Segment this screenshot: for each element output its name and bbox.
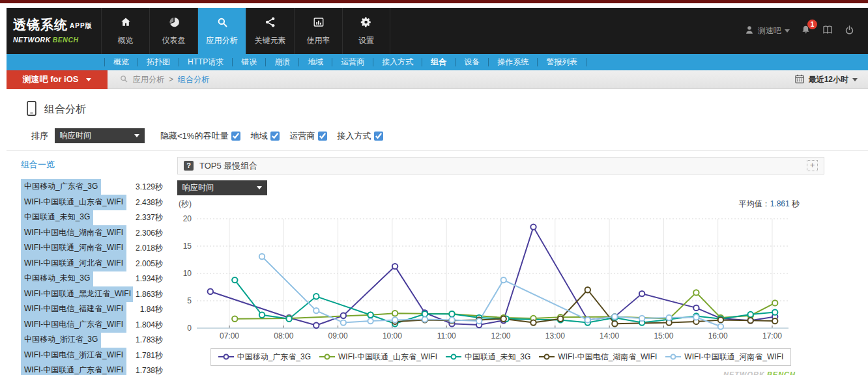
list-item-name: 中国移动_未知_3G	[21, 271, 93, 286]
legend-label: 中国联通_未知_3G	[465, 352, 530, 363]
subnav-item[interactable]: 拓扑图	[138, 57, 179, 68]
list-item-name: WIFI-中国电信_福建省_WIFI	[21, 301, 126, 317]
logo-title: 透镜系统	[13, 18, 68, 32]
user-menu[interactable]: 测速吧	[744, 25, 790, 37]
list-item-value: 3.129秒	[136, 182, 163, 193]
checkbox-input[interactable]	[374, 132, 383, 141]
list-item[interactable]: 中国移动_浙江省_3G1.783秒	[21, 332, 163, 346]
legend-marker-icon	[665, 353, 681, 362]
expand-button[interactable]	[807, 160, 818, 171]
filter-checkbox-label: 地域	[250, 130, 267, 142]
sub-nav: 概览拓扑图HTTP请求错误崩溃地域运营商接入方式组合设备操作系统警报列表	[7, 54, 868, 70]
logo-suffix: APP版	[70, 22, 93, 29]
list-item-name: WIFI-中国电信_湖南省_WIFI	[21, 225, 126, 241]
subnav-item[interactable]: 概览	[105, 57, 137, 68]
combo-list-title[interactable]: 组合一览	[21, 159, 163, 171]
main-nav-item[interactable]: 关键元素	[246, 8, 294, 54]
list-item[interactable]: WIFI-中国联通_山东省_WIFI2.438秒	[21, 195, 163, 208]
help-icon[interactable]: ?	[184, 161, 194, 171]
list-item[interactable]: WIFI-中国联通_黑龙江省_WIFI1.863秒	[21, 286, 163, 300]
main-nav-item[interactable]: 使用率	[294, 8, 342, 54]
list-item-name: WIFI-中国联通_山东省_WIFI	[21, 195, 126, 210]
page-frame: 透镜系统APP版 NETWORKBENCH 概览仪表盘应用分析关键元素使用率设置…	[7, 3, 868, 375]
subnav-item[interactable]: 接入方式	[373, 57, 422, 68]
list-item[interactable]: 中国移动_未知_3G1.934秒	[21, 271, 163, 285]
list-item[interactable]: WIFI-中国电信_湖南省_WIFI2.306秒	[21, 225, 163, 239]
list-item[interactable]: WIFI-中国电信_福建省_WIFI1.84秒	[21, 301, 163, 315]
logo-network: NETWORK	[13, 36, 51, 44]
list-item[interactable]: 中国移动_广东省_3G3.129秒	[21, 179, 163, 193]
list-item[interactable]: WIFI-中国联通_河北省_WIFI2.005秒	[21, 256, 163, 270]
legend-item[interactable]: WIFI-中国联通_山东省_WIFI	[319, 352, 437, 363]
breadcrumb-parent[interactable]: 应用分析	[133, 74, 164, 85]
legend-item[interactable]: WIFI-中国联通_河南省_WIFI	[665, 352, 783, 363]
list-item-name: WIFI-中国电信_广东省_WIFI	[21, 317, 126, 333]
combo-list: 组合一览 中国移动_广东省_3G3.129秒WIFI-中国联通_山东省_WIFI…	[21, 151, 163, 375]
checkbox-input[interactable]	[318, 132, 327, 141]
subnav-item[interactable]: 地域	[299, 57, 332, 68]
main-nav-item[interactable]: 概览	[101, 8, 149, 54]
legend-label: WIFI-中国联通_河南省_WIFI	[684, 352, 783, 363]
page-title: 组合分析	[44, 103, 86, 117]
subnav-separator	[586, 58, 586, 66]
main-nav-item-label: 设置	[343, 35, 390, 46]
list-item-value: 1.84秒	[140, 304, 163, 315]
page-title-row: 组合分析	[7, 89, 868, 118]
combo-list-items: 中国移动_广东省_3G3.129秒WIFI-中国联通_山东省_WIFI2.438…	[21, 179, 163, 375]
list-item[interactable]: WIFI-中国电信_广东省_WIFI1.804秒	[21, 317, 163, 331]
legend-item[interactable]: WIFI-中国电信_湖南省_WIFI	[539, 352, 657, 363]
app-selector-dropdown[interactable]: 测速吧 for iOS	[7, 70, 108, 89]
list-item-name: WIFI-中国联通_黑龙江省_WIFI	[21, 286, 133, 302]
notifications-button[interactable]: 1	[800, 25, 811, 38]
chevron-down-icon	[852, 78, 858, 81]
checkbox-input[interactable]	[231, 132, 240, 141]
list-item-value: 1.781秒	[136, 350, 163, 361]
breadcrumb-current[interactable]: 组合分析	[178, 74, 209, 85]
metric-dropdown-value: 响应时间	[182, 182, 214, 193]
subnav-item[interactable]: HTTP请求	[179, 57, 232, 68]
docs-button[interactable]	[822, 24, 833, 38]
panel-body: 响应时间 (秒) 平均值：1.861 秒 07:0008:0009:0010:0…	[177, 174, 824, 375]
metric-dropdown[interactable]: 响应时间	[177, 180, 267, 195]
sort-dropdown[interactable]: 响应时间	[55, 128, 145, 143]
subnav-item[interactable]: 组合	[422, 57, 455, 68]
main-nav-item[interactable]: 应用分析	[197, 8, 246, 54]
legend-marker-icon	[446, 353, 461, 362]
checkbox-input[interactable]	[270, 132, 280, 141]
list-item[interactable]: 中国联通_未知_3G2.337秒	[21, 210, 163, 223]
time-range-label: 最近12小时	[809, 74, 848, 85]
list-item[interactable]: WIFI-中国联通_广东省_WIFI1.738秒	[21, 363, 163, 375]
time-range-selector[interactable]: 最近12小时	[794, 74, 858, 86]
list-item[interactable]: WIFI-中国联通_河南省_WIFI2.018秒	[21, 240, 163, 254]
legend-item[interactable]: 中国联通_未知_3G	[446, 352, 530, 363]
svg-text:16:00: 16:00	[708, 331, 728, 340]
sort-dropdown-value: 响应时间	[60, 130, 91, 141]
logout-button[interactable]	[844, 25, 855, 38]
legend-marker-icon	[539, 353, 555, 362]
subnav-item[interactable]: 运营商	[332, 57, 373, 68]
subnav-item[interactable]: 警报列表	[538, 57, 586, 68]
svg-text:13:00: 13:00	[545, 331, 565, 340]
svg-text:20: 20	[183, 214, 192, 223]
filter-checkbox[interactable]: 接入方式	[337, 130, 383, 142]
app-selector-label: 测速吧 for iOS	[23, 74, 79, 85]
subnav-item[interactable]: 操作系统	[489, 57, 537, 68]
book-icon	[822, 24, 833, 38]
list-item-name: 中国联通_未知_3G	[21, 210, 93, 225]
filter-checkbox[interactable]: 地域	[250, 130, 280, 142]
subnav-item[interactable]: 设备	[456, 57, 488, 68]
main-nav-item-label: 仪表盘	[150, 35, 197, 46]
subnav-item[interactable]: 崩溃	[266, 57, 298, 68]
list-item-value: 1.783秒	[136, 335, 163, 346]
line-chart: 07:0008:0009:0010:0011:0012:0013:0014:00…	[177, 210, 824, 346]
main-nav-item[interactable]: 设置	[342, 8, 390, 54]
filter-checkbox-label: 运营商	[289, 130, 315, 142]
main-nav-item[interactable]: 仪表盘	[149, 8, 197, 54]
list-item[interactable]: WIFI-中国电信_浙江省_WIFI1.781秒	[21, 348, 163, 361]
svg-text:17:00: 17:00	[762, 331, 782, 340]
legend-item[interactable]: 中国移动_广东省_3G	[218, 352, 311, 363]
filter-checkbox[interactable]: 隐藏<1%的吞吐量	[160, 130, 240, 142]
app-header: 透镜系统APP版 NETWORKBENCH 概览仪表盘应用分析关键元素使用率设置…	[7, 8, 868, 54]
filter-checkbox[interactable]: 运营商	[289, 130, 327, 142]
subnav-item[interactable]: 错误	[233, 57, 265, 68]
